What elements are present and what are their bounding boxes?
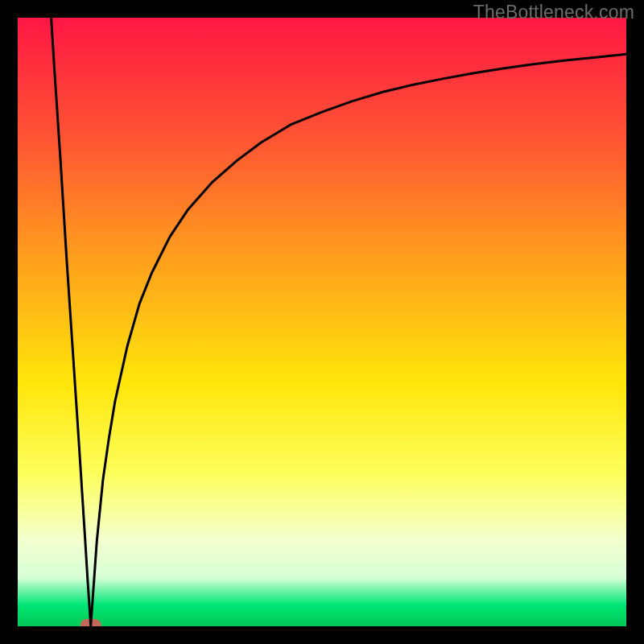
chart-container: TheBottleneck.com (0, 0, 644, 644)
plot-background (18, 18, 626, 626)
watermark: TheBottleneck.com (473, 2, 634, 23)
chart-svg (0, 0, 644, 644)
